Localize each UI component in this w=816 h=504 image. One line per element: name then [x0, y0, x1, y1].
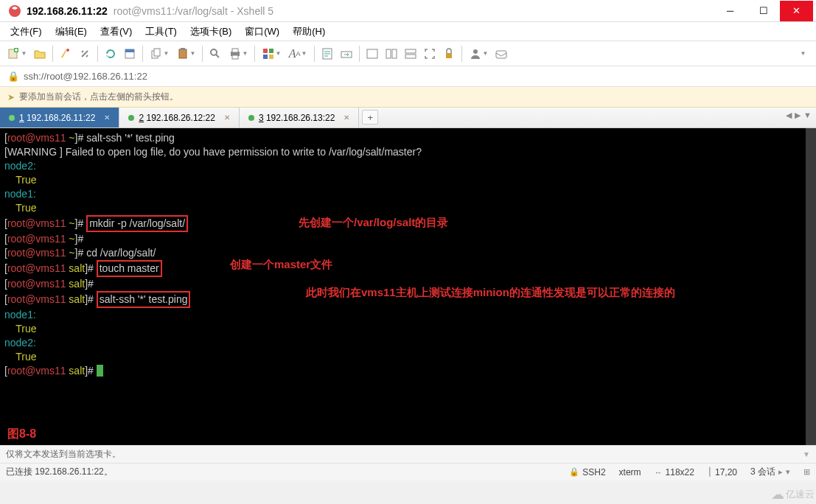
cursor-icon: ⎮	[708, 467, 712, 477]
paste-button[interactable]: ▼	[173, 45, 198, 63]
fullscreen-button[interactable]	[421, 45, 439, 63]
status-cap: ⊞	[803, 467, 810, 477]
terminal[interactable]: [root@vms11 ~]# salt-ssh '*' test.ping […	[0, 128, 816, 445]
status-cursor: ⎮17,20	[708, 467, 737, 477]
status-protocol: 🔒SSH2	[569, 467, 605, 477]
menu-bar: 文件(F) 编辑(E) 查看(V) 工具(T) 选项卡(B) 窗口(W) 帮助(…	[0, 22, 816, 41]
status-dot-icon	[248, 115, 254, 121]
send-target-bar[interactable]: 仅将文本发送到当前选项卡。 ▼	[0, 445, 816, 463]
address-url[interactable]: ssh://root@192.168.26.11:22	[24, 71, 147, 82]
layout1-button[interactable]	[363, 45, 381, 63]
svg-rect-22	[392, 49, 397, 58]
new-tab-button[interactable]: +	[362, 110, 378, 125]
svg-rect-17	[269, 55, 273, 59]
svg-rect-20	[367, 49, 377, 58]
chevron-down-icon[interactable]: ▼	[803, 450, 810, 458]
color-button[interactable]: ▼	[259, 45, 284, 63]
close-icon[interactable]: ✕	[224, 113, 230, 122]
window-title-path: root@vms11:/var/log/salt - Xshell 5	[114, 5, 273, 17]
menu-file[interactable]: 文件(F)	[4, 24, 48, 40]
disconnect-button[interactable]	[76, 45, 94, 63]
status-termtype: xterm	[619, 467, 641, 477]
svg-rect-25	[446, 53, 452, 58]
annotation-2: 创建一个master文件	[230, 257, 332, 271]
tab-session-3[interactable]: 3 192.168.26.13:22 ✕	[240, 108, 359, 127]
layout3-button[interactable]	[402, 45, 419, 63]
svg-rect-14	[263, 49, 268, 53]
status-dot-icon	[9, 115, 15, 121]
svg-rect-12	[232, 49, 238, 52]
menu-edit[interactable]: 编辑(E)	[49, 24, 93, 40]
menu-tools[interactable]: 工具(T)	[139, 24, 183, 40]
window-controls: ─ ☐ ✕	[714, 1, 813, 21]
lock-icon: 🔒	[569, 467, 579, 477]
svg-rect-24	[405, 55, 416, 58]
lock-icon: 🔒	[7, 71, 19, 82]
chevron-icon: ▸	[778, 467, 783, 477]
hint-text: 要添加当前会话，点击左侧的箭头按钮。	[19, 91, 178, 103]
svg-rect-7	[154, 49, 160, 56]
svg-rect-16	[263, 55, 268, 59]
svg-point-3	[66, 49, 69, 52]
title-bar: 192.168.26.11:22 root@vms11:/var/log/sal…	[0, 0, 816, 22]
status-dot-icon	[128, 115, 134, 121]
new-session-button[interactable]: ▼	[4, 45, 29, 63]
status-bar: 已连接 192.168.26.11:22。 🔒SSH2 xterm ↔118x2…	[0, 463, 816, 480]
properties-button[interactable]	[121, 45, 139, 63]
close-button[interactable]: ✕	[780, 1, 813, 21]
arrow-right-icon[interactable]: ➤	[7, 92, 15, 102]
session-tabs: 1 192.168.26.11:22 ✕ 2 192.168.26.12:22 …	[0, 108, 816, 128]
terminal-scrollbar[interactable]: ▲	[806, 128, 816, 445]
connection-status: 已连接 192.168.26.11:22。	[6, 466, 113, 478]
resize-icon: ↔	[655, 468, 663, 477]
close-icon[interactable]: ✕	[344, 113, 349, 122]
cloud-icon: ☁	[771, 486, 784, 503]
app-icon	[7, 4, 22, 18]
toolbar-overflow[interactable]: ▼	[794, 45, 812, 63]
close-icon[interactable]: ✕	[104, 113, 110, 122]
svg-rect-5	[125, 49, 134, 52]
minimize-button[interactable]: ─	[714, 1, 747, 21]
lock-button[interactable]	[440, 45, 458, 63]
svg-rect-27	[496, 51, 506, 58]
svg-rect-21	[386, 49, 391, 58]
svg-rect-23	[405, 49, 416, 53]
cursor	[97, 365, 103, 377]
tab-session-2[interactable]: 2 192.168.26.12:22 ✕	[119, 108, 239, 127]
transfer-button[interactable]	[338, 45, 355, 63]
menu-view[interactable]: 查看(V)	[94, 24, 138, 40]
annotation-1: 先创建一个/var/log/salt的目录	[299, 215, 448, 229]
menu-tabs[interactable]: 选项卡(B)	[184, 24, 237, 40]
window-title-ip: 192.168.26.11:22	[27, 5, 108, 17]
svg-point-26	[473, 49, 478, 54]
layout2-button[interactable]	[383, 45, 400, 63]
tab-session-1[interactable]: 1 192.168.26.11:22 ✕	[0, 108, 119, 127]
help-button[interactable]	[492, 45, 510, 63]
watermark: ☁亿速云	[771, 486, 815, 503]
status-size: ↔118x22	[655, 467, 694, 477]
annotation-3: 此时我们在vms11主机上测试连接minion的连通性发现是可以正常的连接的	[306, 285, 675, 299]
hint-bar: ➤ 要添加当前会话，点击左侧的箭头按钮。	[0, 87, 816, 108]
user-button[interactable]: ▼	[466, 45, 491, 63]
copy-button[interactable]: ▼	[147, 45, 172, 63]
menu-window[interactable]: 窗口(W)	[239, 24, 285, 40]
menu-help[interactable]: 帮助(H)	[287, 24, 331, 40]
send-target-label: 仅将文本发送到当前选项卡。	[6, 448, 121, 461]
svg-rect-13	[232, 55, 238, 59]
open-button[interactable]	[31, 45, 49, 63]
tab-prev-icon[interactable]: ◀	[786, 111, 792, 120]
status-sessions: 3 会话 ▸▾	[750, 466, 790, 478]
svg-rect-15	[269, 49, 273, 53]
print-button[interactable]: ▼	[226, 45, 251, 63]
address-bar: 🔒 ssh://root@192.168.26.11:22	[0, 66, 816, 87]
tab-next-icon[interactable]: ▶	[795, 111, 801, 120]
reconnect-button[interactable]	[102, 45, 119, 63]
tab-menu-icon[interactable]: ▼	[803, 111, 812, 120]
maximize-button[interactable]: ☐	[747, 1, 780, 21]
connect-button[interactable]	[57, 45, 74, 63]
font-button[interactable]: AA▼	[285, 45, 310, 63]
toolbar: ▼ ▼ ▼ ▼ ▼ AA▼ ▼ ▼	[0, 41, 816, 66]
script-button[interactable]	[318, 45, 336, 63]
svg-point-10	[211, 49, 217, 55]
search-button[interactable]	[206, 45, 224, 63]
